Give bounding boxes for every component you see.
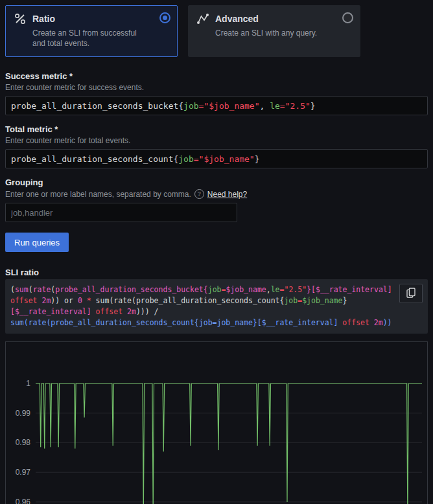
total-metric-label: Total metric * <box>5 124 428 134</box>
sli-ratio-label: SLI ratio <box>5 268 428 277</box>
percent-icon <box>14 12 27 25</box>
advanced-query-icon <box>196 12 209 25</box>
sli-ratio-code-line: offset 2m)) or 0 * sum(rate(probe_all_du… <box>10 295 423 306</box>
grouping-field: Grouping Enter one or more label names, … <box>5 178 428 222</box>
sli-ratio-code-line: sum(rate(probe_all_duration_seconds_coun… <box>10 317 423 328</box>
sli-ratio-code-line: (sum(rate(probe_all_duration_seconds_buc… <box>10 284 423 295</box>
grouping-input[interactable] <box>5 203 237 222</box>
sli-type-options: Ratio Create an SLI from successful and … <box>5 5 428 57</box>
time-series-chart: 10.990.980.970.96 <box>6 342 427 504</box>
svg-text:0.96: 0.96 <box>16 498 31 504</box>
ratio-card-description: Create an SLI from successful and total … <box>32 28 146 49</box>
advanced-card-title: Advanced <box>215 14 259 24</box>
total-metric-input[interactable]: probe_all_duration_seconds_count{job="$j… <box>5 149 428 168</box>
clipboard-icon <box>406 288 415 300</box>
sli-form-page: Ratio Create an SLI from successful and … <box>0 0 433 504</box>
sli-ratio-code-block: (sum(rate(probe_all_duration_seconds_buc… <box>5 279 428 334</box>
ratio-card-title: Ratio <box>32 14 55 24</box>
advanced-card-description: Create an SLI with any query. <box>215 28 329 38</box>
run-queries-button[interactable]: Run queries <box>5 233 69 252</box>
success-metric-field: Success metric * Enter counter metric fo… <box>5 71 428 115</box>
sli-ratio-code-line: [$__rate_interval] offset 2m))) / <box>10 306 423 317</box>
ratio-radio[interactable] <box>159 12 170 23</box>
svg-text:0.99: 0.99 <box>16 409 31 418</box>
svg-text:1: 1 <box>26 379 30 388</box>
advanced-card-header: Advanced <box>196 12 352 25</box>
need-help-link[interactable]: Need help? <box>207 190 247 199</box>
success-metric-helper: Enter counter metric for success events. <box>5 83 428 92</box>
option-card-advanced[interactable]: Advanced Create an SLI with any query. <box>188 5 360 57</box>
sli-ratio-chart-panel[interactable]: 10.990.980.970.96 <box>5 341 428 504</box>
sli-ratio-section: SLI ratio (sum(rate(probe_all_duration_s… <box>5 268 428 334</box>
copy-button[interactable] <box>399 284 423 303</box>
total-metric-field: Total metric * Enter counter metric for … <box>5 124 428 168</box>
advanced-radio[interactable] <box>342 12 353 23</box>
svg-text:0.97: 0.97 <box>16 468 31 477</box>
grouping-helper-text: Enter one or more label names, separated… <box>5 190 191 199</box>
success-metric-input[interactable]: probe_all_duration_seconds_bucket{job="$… <box>5 96 428 115</box>
success-metric-label: Success metric * <box>5 71 428 81</box>
sli-ratio-code-lines: (sum(rate(probe_all_duration_seconds_buc… <box>10 284 423 328</box>
svg-text:0.98: 0.98 <box>16 439 31 448</box>
grouping-helper-row: Enter one or more label names, separated… <box>5 189 428 199</box>
grouping-label: Grouping <box>5 178 428 187</box>
total-metric-helper: Enter counter metric for total events. <box>5 136 428 145</box>
question-circle-icon: ? <box>194 189 204 199</box>
ratio-card-header: Ratio <box>14 12 169 25</box>
option-card-ratio[interactable]: Ratio Create an SLI from successful and … <box>5 5 178 57</box>
